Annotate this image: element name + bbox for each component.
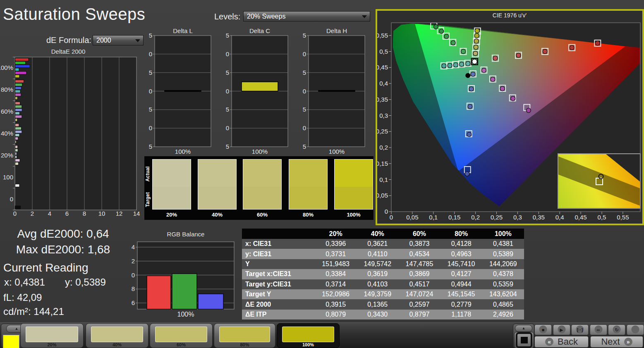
svg-text:0,05: 0,05: [377, 192, 388, 199]
compare-swatch-40%: [198, 159, 237, 210]
svg-text:15: 15: [226, 32, 229, 39]
next-button[interactable]: Next »: [590, 336, 643, 348]
ab-repeat-icon: [··]: [577, 327, 583, 332]
actual-target-swatch-panel: ActualTarget20%40%60%80%100%: [144, 156, 373, 220]
table-cell: 0,3396: [315, 240, 357, 248]
patch-color-swatch: [26, 327, 78, 342]
play-button[interactable]: ▶: [553, 324, 570, 335]
patch-button-label: 80%: [214, 342, 275, 347]
table-cell: 0,5389: [482, 250, 524, 258]
table-col-header: 100%: [482, 230, 524, 238]
table-row-label: x: CIE31: [242, 240, 315, 248]
svg-text:-5: -5: [226, 106, 229, 113]
table-cell: 147,4785: [398, 260, 440, 268]
svg-text:15: 15: [149, 32, 152, 39]
table-cell: 0,4378: [482, 270, 524, 278]
table-cell: 0,4127: [441, 270, 482, 278]
svg-text:-10: -10: [226, 124, 229, 131]
current-reading-heading: Current Reading: [3, 261, 88, 274]
blank-button[interactable]: [627, 324, 644, 335]
compare-swatch-60%: [243, 159, 282, 210]
table-cell: 0,3619: [357, 270, 398, 278]
table-cell: 0,3621: [357, 240, 398, 248]
back-button[interactable]: « Back: [534, 336, 589, 348]
table-cell: 0,3869: [398, 270, 440, 278]
patch-color-swatch: [155, 327, 207, 342]
svg-text:-5: -5: [303, 106, 306, 113]
target-row-label: Target: [145, 186, 151, 213]
table-cell: 145,1545: [441, 291, 482, 298]
table-row: Target Y152,0986149,3759147,0724145,1545…: [242, 289, 524, 299]
bottom-bar: ▲ 20%40%60%80%100% ▲ ■▶[··]∞↻ « Back Nex…: [0, 322, 644, 348]
back-button-label: Back: [558, 336, 578, 347]
table-cell: 0,3915: [315, 301, 357, 308]
table-cell: 0,1365: [357, 301, 398, 308]
loop-button[interactable]: ∞: [590, 324, 607, 335]
table-cell: 149,3759: [357, 291, 398, 298]
compare-swatch-label: 40%: [198, 212, 237, 218]
patch-button-80%[interactable]: 80%: [214, 323, 275, 348]
svg-text:0,5: 0,5: [379, 48, 388, 55]
levels-dropdown[interactable]: 20% Sweeps: [243, 11, 370, 21]
patch-button-40%[interactable]: 40%: [86, 323, 148, 348]
table-cell: 0,4517: [398, 281, 440, 288]
levels-label: Levels:: [214, 12, 240, 21]
svg-text:100: 100: [3, 174, 13, 181]
svg-text:0,45: 0,45: [377, 64, 388, 71]
svg-text:-5: -5: [149, 106, 152, 113]
svg-text:100%: 100%: [177, 311, 194, 318]
table-cell: 0,8079: [315, 311, 357, 318]
patch-button-60%[interactable]: 60%: [150, 323, 213, 348]
next-button-label: Next: [601, 336, 620, 347]
compare-swatch-label: 80%: [289, 212, 328, 218]
svg-text:0,05: 0,05: [406, 214, 418, 221]
patch-button-label: 20%: [21, 342, 83, 347]
back-chevrons-icon: «: [545, 338, 553, 346]
patch-button-100%[interactable]: 100%: [277, 323, 340, 348]
svg-text:0: 0: [10, 195, 13, 203]
svg-text:100%: 100%: [329, 148, 345, 155]
patch-color-swatch: [91, 327, 143, 342]
svg-text:80%: 80%: [1, 86, 13, 93]
measurement-table: 20%40%60%80%100%x: CIE310,33960,36210,38…: [242, 229, 524, 319]
de-formula-dropdown[interactable]: 2000: [93, 35, 144, 45]
table-cell: 0,4381: [482, 240, 524, 248]
table-cell: 0,3714: [315, 281, 357, 288]
table-cell: 0,5359: [482, 281, 524, 288]
svg-text:0,15: 0,15: [448, 214, 460, 221]
compare-swatch-100%: [334, 159, 373, 210]
svg-text:100%: 100%: [0, 64, 13, 71]
svg-text:0,15: 0,15: [377, 160, 388, 167]
delta-h-chart: Delta H151050-5-10-15100%: [303, 26, 366, 159]
patch-button-label: 60%: [150, 342, 212, 347]
stop-button[interactable]: ■: [534, 324, 552, 335]
svg-text:Delta H: Delta H: [326, 27, 347, 34]
table-header-row: 20%40%60%80%100%: [242, 229, 524, 239]
svg-text:0,25: 0,25: [377, 128, 388, 135]
svg-text:60%: 60%: [1, 108, 13, 115]
patch-color-swatch: [282, 327, 334, 342]
svg-text:0,2: 0,2: [471, 214, 480, 221]
table-cell: 2,4926: [482, 311, 524, 318]
table-cell: 144,2069: [482, 260, 524, 268]
svg-text:8: 8: [83, 210, 86, 217]
refresh-button[interactable]: ↻: [608, 324, 625, 335]
svg-text:0,2: 0,2: [379, 144, 388, 151]
table-cell: 0,2597: [398, 301, 440, 308]
svg-text:0: 0: [385, 208, 388, 215]
stop-patch-button[interactable]: [514, 332, 534, 348]
table-cell: 145,7410: [441, 260, 482, 268]
current-fl-value: fL: 42,09: [3, 292, 42, 303]
table-cell: 0,4534: [398, 250, 440, 258]
stop-icon: ■: [542, 327, 545, 332]
svg-text:0,4: 0,4: [379, 80, 388, 87]
play-icon: ▶: [560, 327, 563, 332]
svg-text:DeltaE 2000: DeltaE 2000: [51, 48, 86, 55]
table-row-label: Target Y: [242, 291, 315, 298]
patch-button-20%[interactable]: 20%: [20, 323, 84, 348]
svg-text:0,3: 0,3: [513, 214, 522, 221]
svg-text:0: 0: [13, 210, 17, 217]
svg-text:40%: 40%: [1, 130, 13, 137]
expand-up-button[interactable]: ▲: [515, 325, 532, 332]
ab-repeat-button[interactable]: [··]: [571, 324, 589, 335]
